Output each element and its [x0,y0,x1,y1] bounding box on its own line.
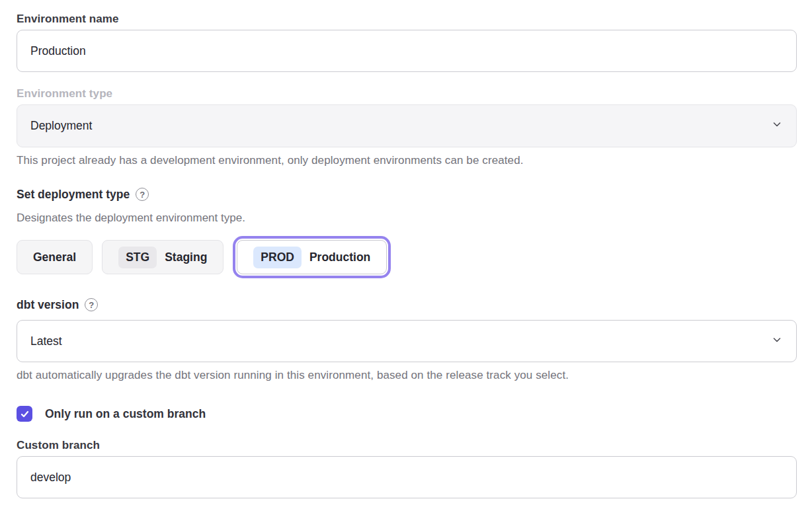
environment-type-helper: This project already has a development e… [17,154,797,167]
custom-branch-label: Custom branch [17,438,797,452]
custom-branch-input[interactable] [17,456,797,498]
environment-type-field: Environment type Deployment This project… [17,87,797,167]
option-label: Staging [165,251,207,264]
dbt-version-select[interactable]: Latest [17,320,797,362]
dbt-version-helper: dbt automatically upgrades the dbt versi… [17,369,797,382]
environment-name-input[interactable] [17,30,797,72]
custom-branch-toggle-row: Only run on a custom branch [17,406,797,422]
deployment-type-option-production[interactable]: PROD Production [237,240,387,274]
deployment-type-option-staging[interactable]: STG Staging [102,240,223,274]
check-icon [20,409,30,419]
option-label: Production [309,251,370,264]
dbt-version-value: Latest [30,334,62,348]
chevron-down-icon [771,334,783,349]
environment-name-label: Environment name [17,12,797,26]
environment-type-value: Deployment [30,119,92,133]
dbt-version-field: dbt version ? Latest dbt automatically u… [17,297,797,382]
chevron-down-icon [771,118,783,134]
staging-badge: STG [118,247,157,268]
deployment-type-description: Designates the deployment environment ty… [17,212,797,225]
deployment-type-option-general[interactable]: General [17,240,93,274]
custom-branch-field: Custom branch [17,438,797,498]
custom-branch-checkbox[interactable] [17,406,32,422]
environment-type-label: Environment type [17,87,797,100]
environment-name-field: Environment name [17,12,797,72]
dbt-version-label: dbt version [17,297,79,312]
production-badge: PROD [253,247,302,268]
environment-type-select[interactable]: Deployment [17,104,797,147]
deployment-type-options: General STG Staging PROD Production [17,235,797,279]
help-icon[interactable]: ? [85,298,98,311]
option-label: General [33,251,76,264]
custom-branch-toggle-label[interactable]: Only run on a custom branch [45,407,206,421]
help-icon[interactable]: ? [136,188,149,201]
deployment-type-section: Set deployment type ? Designates the dep… [17,187,797,279]
deployment-type-heading: Set deployment type [17,187,130,202]
